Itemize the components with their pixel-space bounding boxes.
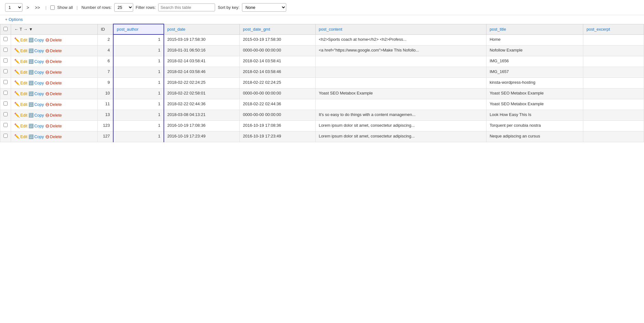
edit-button[interactable]: ✏️ Edit <box>14 59 27 64</box>
th-id[interactable]: ID <box>97 24 113 34</box>
row-checkbox[interactable] <box>3 101 8 106</box>
delete-button[interactable]: ⊖ Delete <box>45 69 62 75</box>
th-resize[interactable]: ← T → ▼ <box>11 24 98 34</box>
sort-select[interactable]: None <box>242 3 286 12</box>
pencil-icon: ✏️ <box>14 123 20 128</box>
post-date-gmt-cell: 2015-03-19 17:58:30 <box>240 34 316 45</box>
pencil-icon: ✏️ <box>14 113 20 118</box>
table-row: ✏️ Edit 🔢 Copy ⊖ Delete 712018-02-14 03:… <box>0 67 644 77</box>
th-post-title[interactable]: post_title <box>486 24 583 34</box>
row-checkbox[interactable] <box>3 123 8 127</box>
post-author-cell: 1 <box>113 45 164 56</box>
copy-inline-button[interactable]: 🔢 Copy <box>28 91 44 96</box>
post-date-gmt-cell: 2018-02-22 02:44:36 <box>240 99 316 110</box>
id-cell: 127 <box>97 131 113 142</box>
copy-inline-button[interactable]: 🔢 Copy <box>28 48 44 53</box>
copy-inline-button[interactable]: 🔢 Copy <box>28 124 44 128</box>
page-select[interactable]: 1 <box>5 3 22 12</box>
row-checkbox[interactable] <box>3 37 8 41</box>
delete-button[interactable]: ⊖ Delete <box>45 80 62 86</box>
post-date-cell: 2018-02-22 02:44:36 <box>164 99 240 110</box>
post-author-cell: 1 <box>113 34 164 45</box>
copy-inline-button[interactable]: 🔢 Copy <box>28 113 44 118</box>
edit-button[interactable]: ✏️ Edit <box>14 123 27 128</box>
th-post-date[interactable]: post_date <box>164 24 240 34</box>
post-title-cell: kinsta-wordpress-hosting <box>486 77 583 88</box>
edit-button[interactable]: ✏️ Edit <box>14 80 27 85</box>
id-cell: 6 <box>97 56 113 67</box>
post-date-cell: 2015-03-19 17:58:30 <box>164 34 240 45</box>
edit-button[interactable]: ✏️ Edit <box>14 37 27 42</box>
copy-label: Copy <box>34 48 44 53</box>
copy-inline-button[interactable]: 🔢 Copy <box>28 70 44 75</box>
copy-label: Copy <box>34 124 44 128</box>
row-checkbox-cell <box>0 34 11 45</box>
row-checkbox-cell <box>0 77 11 88</box>
th-post-content[interactable]: post_content <box>315 24 486 34</box>
th-post-excerpt[interactable]: post_excerpt <box>583 24 644 34</box>
post-date-cell: 2018-01-31 06:50:16 <box>164 45 240 56</box>
row-checkbox[interactable] <box>3 48 8 52</box>
pencil-icon: ✏️ <box>14 91 20 96</box>
row-checkbox[interactable] <box>3 69 8 73</box>
delete-icon: ⊖ <box>45 91 49 97</box>
delete-button[interactable]: ⊖ Delete <box>45 58 62 64</box>
last-page-button[interactable]: >> <box>33 4 41 11</box>
edit-button[interactable]: ✏️ Edit <box>14 70 27 75</box>
delete-label: Delete <box>50 70 62 75</box>
post-date-gmt-cell: 0000-00-00 00:00:00 <box>240 110 316 120</box>
delete-button[interactable]: ⊖ Delete <box>45 112 62 118</box>
th-post-date-gmt[interactable]: post_date_gmt <box>240 24 316 34</box>
th-post-author[interactable]: post_author <box>113 24 164 34</box>
delete-button[interactable]: ⊖ Delete <box>45 48 62 54</box>
copy-inline-button[interactable]: 🔢 Copy <box>28 134 44 139</box>
post-title-cell: IMG_1657 <box>486 67 583 77</box>
pencil-icon: ✏️ <box>14 48 20 53</box>
copy-icon: 🔢 <box>28 134 34 139</box>
delete-button[interactable]: ⊖ Delete <box>45 101 62 107</box>
post-author-cell: 1 <box>113 99 164 110</box>
edit-button[interactable]: ✏️ Edit <box>14 91 27 96</box>
toolbar: 1 > >> | Show all | Number of rows: 25 5… <box>0 0 644 15</box>
post-title-cell: Yoast SEO Metabox Example <box>486 88 583 99</box>
next-page-button[interactable]: > <box>25 4 31 11</box>
row-checkbox-cell <box>0 56 11 67</box>
select-all-checkbox[interactable] <box>3 27 8 31</box>
search-input[interactable] <box>158 3 215 11</box>
post-content-cell: It's so easy to do things with a content… <box>315 110 486 120</box>
options-bar[interactable]: + Options <box>0 15 644 24</box>
post-date-gmt-cell: 2016-10-19 17:08:36 <box>240 120 316 131</box>
post-author-cell: 1 <box>113 131 164 142</box>
delete-button[interactable]: ⊖ Delete <box>45 91 62 97</box>
pencil-icon: ✏️ <box>14 59 20 64</box>
delete-icon: ⊖ <box>45 58 49 64</box>
delete-button[interactable]: ⊖ Delete <box>45 134 62 140</box>
edit-button[interactable]: ✏️ Edit <box>14 102 27 107</box>
rows-select[interactable]: 25 50 100 250 500 <box>114 3 133 12</box>
action-cell: ✏️ Edit 🔢 Copy ⊖ Delete <box>11 56 98 67</box>
show-all-button[interactable]: Show all <box>57 5 73 10</box>
show-all-checkbox[interactable] <box>50 5 55 10</box>
post-date-gmt-cell: 2018-02-22 02:24:25 <box>240 77 316 88</box>
post-title-cell: Torquent per conubia nostra <box>486 120 583 131</box>
edit-button[interactable]: ✏️ Edit <box>14 48 27 53</box>
copy-inline-button[interactable]: 🔢 Copy <box>28 81 44 85</box>
row-checkbox[interactable] <box>3 112 8 116</box>
delete-button[interactable]: ⊖ Delete <box>45 37 62 43</box>
copy-inline-button[interactable]: 🔢 Copy <box>28 102 44 107</box>
row-checkbox-cell <box>0 45 11 56</box>
row-checkbox[interactable] <box>3 91 8 95</box>
row-checkbox[interactable] <box>3 58 8 63</box>
row-checkbox[interactable] <box>3 134 8 138</box>
edit-button[interactable]: ✏️ Edit <box>14 113 27 118</box>
edit-label: Edit <box>20 38 27 42</box>
delete-icon: ⊖ <box>45 112 49 118</box>
row-checkbox[interactable] <box>3 80 8 84</box>
post-author-cell: 1 <box>113 56 164 67</box>
delete-button[interactable]: ⊖ Delete <box>45 123 62 129</box>
copy-inline-button[interactable]: 🔢 Copy <box>28 59 44 64</box>
edit-button[interactable]: ✏️ Edit <box>14 134 27 139</box>
copy-inline-button[interactable]: 🔢 Copy <box>28 38 44 42</box>
action-cell: ✏️ Edit 🔢 Copy ⊖ Delete <box>11 67 98 77</box>
action-cell: ✏️ Edit 🔢 Copy ⊖ Delete <box>11 99 98 110</box>
